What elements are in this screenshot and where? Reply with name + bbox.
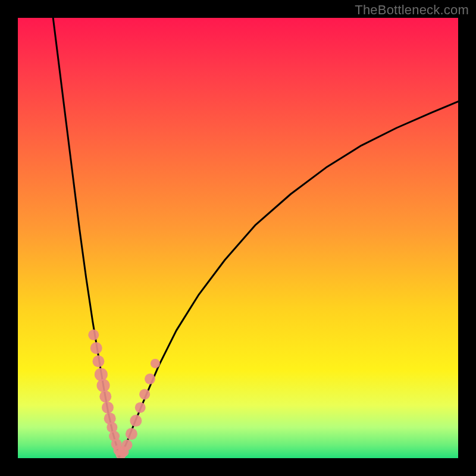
highlight-dot bbox=[130, 415, 142, 427]
highlight-dot bbox=[102, 402, 114, 414]
highlight-dot bbox=[145, 374, 155, 384]
highlight-dot bbox=[126, 428, 137, 440]
highlight-dot bbox=[135, 402, 146, 413]
chart-svg bbox=[18, 18, 458, 458]
plot-area bbox=[18, 18, 458, 458]
highlight-dot bbox=[122, 440, 133, 450]
highlight-dot bbox=[139, 389, 150, 400]
highlight-dot bbox=[90, 342, 102, 354]
highlight-dot bbox=[92, 355, 104, 367]
watermark-text: TheBottleneck.com bbox=[355, 2, 469, 18]
highlight-dot bbox=[95, 368, 108, 381]
gradient-background bbox=[18, 18, 458, 458]
highlight-dot bbox=[151, 359, 160, 368]
highlight-dot bbox=[88, 330, 99, 340]
outer-frame: TheBottleneck.com bbox=[0, 0, 476, 476]
highlight-dot bbox=[97, 379, 110, 392]
highlight-dot bbox=[99, 390, 111, 402]
